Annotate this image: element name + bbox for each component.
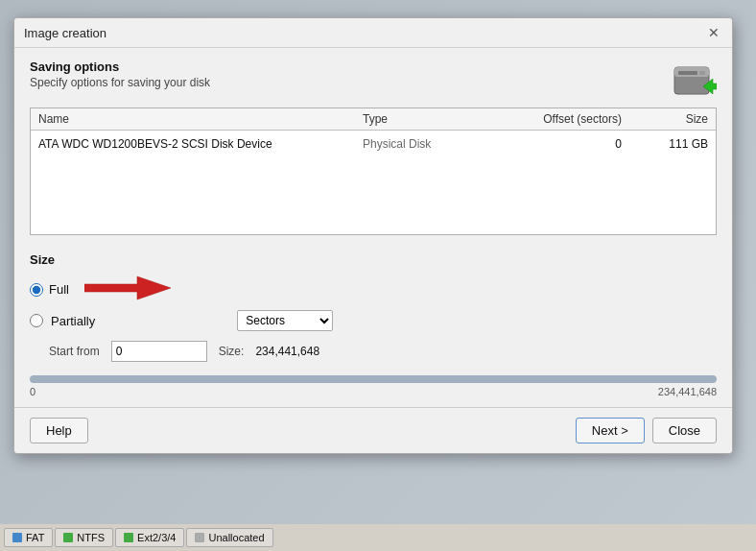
start-size-row: Start from Size: 234,441,648: [30, 341, 717, 362]
fat-label: FAT: [26, 532, 44, 543]
slider-labels: 0 234,441,648: [30, 386, 717, 397]
disk-type: Physical Disk: [363, 137, 497, 151]
help-button[interactable]: Help: [30, 418, 88, 443]
saving-options-title: Saving options: [30, 60, 210, 74]
col-type: Type: [363, 112, 497, 126]
next-button[interactable]: Next >: [576, 418, 645, 443]
strip-ntfs: NTFS: [55, 528, 113, 547]
size-section-label: Size: [30, 252, 717, 267]
bottom-taskbar-strip: FAT NTFS Ext2/3/4 Unallocated: [0, 524, 756, 551]
size-section: Size Full Partially Sectors Bytes: [14, 245, 732, 375]
slider-min-label: 0: [30, 386, 35, 397]
size-value-label: Size:: [219, 345, 245, 358]
slider-track: [30, 375, 717, 383]
ext-label: Ext2/3/4: [137, 532, 176, 543]
strip-unallocated: Unallocated: [186, 528, 272, 547]
right-buttons: Next > Close: [576, 418, 717, 443]
close-button[interactable]: Close: [652, 418, 717, 443]
partially-label[interactable]: Partially: [51, 314, 95, 328]
unallocated-label: Unallocated: [208, 532, 264, 543]
dialog-title: Image creation: [24, 26, 106, 40]
disk-offset: 0: [497, 137, 622, 151]
col-name: Name: [38, 112, 363, 126]
disk-size: 111 GB: [622, 137, 708, 151]
ntfs-dot: [63, 533, 73, 542]
full-radio-row: Full: [30, 275, 717, 304]
strip-ext: Ext2/3/4: [115, 528, 184, 547]
title-bar: Image creation ✕: [14, 18, 732, 48]
header-text: Saving options Specify options for savin…: [30, 60, 210, 89]
size-value: 234,441,648: [255, 345, 319, 358]
disk-icon: [671, 60, 717, 98]
partially-radio-row: Partially Sectors Bytes MB GB: [30, 310, 717, 331]
button-bar: Help Next > Close: [14, 407, 732, 453]
table-header: Name Type Offset (sectors) Size: [31, 108, 716, 131]
fat-dot: [12, 533, 22, 542]
disk-table: Name Type Offset (sectors) Size ATA WDC …: [30, 108, 717, 235]
close-icon[interactable]: ✕: [705, 24, 722, 41]
slider-max-label: 234,441,648: [658, 386, 717, 397]
start-from-input[interactable]: [111, 341, 207, 362]
disk-name: ATA WDC WD1200BEVS-2 SCSI Disk Device: [38, 137, 363, 151]
strip-fat: FAT: [4, 528, 53, 547]
full-label[interactable]: Full: [49, 282, 69, 297]
table-empty-space: [31, 157, 716, 234]
svg-rect-2: [678, 71, 697, 75]
col-size: Size: [622, 112, 708, 126]
start-from-label: Start from: [49, 345, 100, 358]
full-radio[interactable]: [30, 283, 43, 297]
slider-fill: [30, 375, 717, 383]
image-creation-dialog: Image creation ✕ Saving options Specify …: [13, 17, 733, 454]
ntfs-label: NTFS: [77, 532, 105, 543]
sectors-dropdown[interactable]: Sectors Bytes MB GB: [237, 310, 333, 331]
svg-marker-5: [84, 276, 171, 299]
header-section: Saving options Specify options for savin…: [14, 48, 732, 108]
col-offset: Offset (sectors): [497, 112, 622, 126]
slider-area: 0 234,441,648: [30, 375, 717, 397]
size-radio-group: Full Partially Sectors Bytes MB GB: [30, 275, 717, 331]
svg-rect-3: [699, 71, 705, 75]
ext-dot: [124, 533, 133, 542]
partially-radio[interactable]: [30, 314, 43, 327]
unallocated-dot: [195, 533, 204, 542]
red-arrow-icon: [84, 275, 171, 304]
saving-options-subtitle: Specify options for saving your disk: [30, 76, 210, 89]
table-row[interactable]: ATA WDC WD1200BEVS-2 SCSI Disk Device Ph…: [31, 131, 716, 157]
